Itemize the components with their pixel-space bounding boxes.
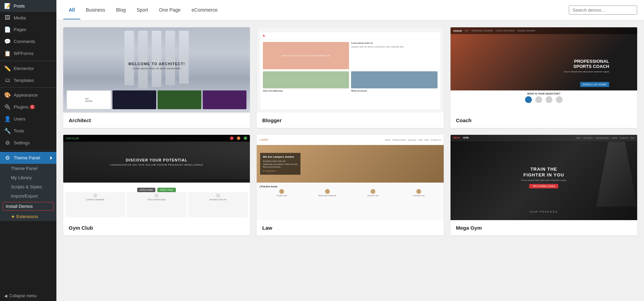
search-input[interactable]	[569, 5, 637, 15]
gym-card-text-3: BOXING CIRCUIT	[189, 199, 246, 201]
filter-tab-all[interactable]: All	[63, 1, 80, 19]
coach-cta-btn: ENROLL AT HOME	[580, 82, 609, 87]
settings-icon: ⚙	[4, 140, 11, 146]
demo-card-gym[interactable]: GYM CLUB DISCOVER YOUR POTENTIALConsequu…	[63, 135, 250, 235]
divider-2	[0, 87, 56, 88]
sidebar-item-media[interactable]: 🖼 Media	[0, 12, 56, 24]
law-grid-family: Family Law	[259, 189, 304, 197]
gym-card-icon-1	[93, 194, 97, 198]
demo-grid: WELCOME TO ARCHITECT!Lorem ipsum dolor s…	[56, 20, 644, 301]
filter-bar: All Business Blog Sport One Page eCommer…	[56, 0, 644, 20]
filter-tab-one-page[interactable]: One Page	[153, 1, 186, 19]
demo-card-architect[interactable]: WELCOME TO ARCHITECT!Lorem ipsum dolor s…	[63, 27, 250, 128]
demo-card-coach[interactable]: COACH VPC PERSONAL TRAINING COACH FEATUR…	[451, 27, 637, 128]
filter-tabs: All Business Blog Sport One Page eCommer…	[63, 1, 223, 19]
law-icon-criminal	[416, 189, 421, 194]
demo-card-mega[interactable]: MEGAGYM Home Our Trainers Attendance Pla…	[451, 135, 637, 235]
divider-3	[0, 150, 56, 150]
submenu-scripts-styles[interactable]: Scripts & Styles	[0, 182, 56, 191]
demo-preview-coach: COACH VPC PERSONAL TRAINING COACH FEATUR…	[451, 27, 637, 113]
gym-card-text-1: CARDIO TRAINING	[67, 199, 124, 201]
plugins-icon: 🔌	[4, 104, 11, 110]
gym-hero-btns: OPEN NOW FREE TRIAL	[137, 188, 176, 192]
gym-card-3: BOXING CIRCUIT	[188, 192, 248, 217]
collapse-icon: ◀	[4, 293, 7, 298]
law-content: | Practice Areas Family Law Back And Fin…	[257, 183, 443, 199]
appearance-icon: 🎨	[4, 92, 11, 98]
law-grid-financial: Back And Financial	[305, 189, 350, 197]
law-icon-family	[279, 189, 284, 194]
collapse-menu-button[interactable]: ◀ Collapse menu	[0, 291, 56, 301]
wpforms-icon: 📋	[4, 50, 11, 57]
law-hero-box: We Are Lawyers Justice Expedite praten d…	[260, 153, 300, 175]
gym-card-2: POOL EXERCISES	[126, 192, 186, 217]
demo-card-blogger[interactable]: B. This is a way to say what you are wit…	[257, 27, 443, 128]
law-grid-criminal: Criminal Law	[397, 189, 441, 197]
demo-label-mega: Mega Gym	[451, 220, 637, 235]
gym-open-now-btn: OPEN NOW	[137, 188, 156, 192]
media-icon: 🖼	[4, 15, 11, 21]
sidebar-item-pages[interactable]: 📄 Pages	[0, 24, 56, 35]
demo-label-architect: Architect	[63, 113, 250, 128]
submenu-extensions[interactable]: Extensions	[0, 212, 56, 221]
comments-icon: 💬	[4, 38, 11, 45]
demo-label-blogger: Blogger	[257, 113, 443, 128]
thumb-4	[203, 90, 246, 109]
sidebar-item-elementor[interactable]: ✏️ Elementor	[0, 62, 56, 74]
law-icon-financial	[325, 189, 330, 194]
templates-icon: 🗂	[4, 77, 11, 83]
demo-preview-gym: GYM CLUB DISCOVER YOUR POTENTIALConsequu…	[63, 135, 250, 220]
thumb-3	[158, 90, 201, 109]
filter-tab-business[interactable]: Business	[80, 1, 111, 19]
demo-grid-inner: WELCOME TO ARCHITECT!Lorem ipsum dolor s…	[63, 27, 637, 235]
law-nav: LAWER Home Practice Areas Attorneys FAQ …	[257, 135, 443, 145]
demo-card-law[interactable]: LAWER Home Practice Areas Attorneys FAQ …	[257, 135, 443, 235]
thumb-1: MYWORK	[67, 90, 111, 109]
sidebar-item-plugins[interactable]: 🔌 Plugins 6	[0, 101, 56, 113]
submenu-my-library[interactable]: My Library	[0, 173, 56, 182]
main-content: All Business Blog Sport One Page eCommer…	[56, 0, 644, 301]
submenu-import-export[interactable]: Import/Export	[0, 191, 56, 201]
law-hero: We Are Lawyers Justice Expedite praten d…	[257, 145, 443, 183]
law-grid: Family Law Back And Financial Divorce La…	[259, 189, 441, 197]
sidebar-item-tools[interactable]: 🔧 Tools	[0, 125, 56, 137]
filter-tab-ecommerce[interactable]: eCommerce	[186, 1, 223, 19]
demo-preview-law: LAWER Home Practice Areas Attorneys FAQ …	[257, 135, 443, 220]
mega-cta-btn: TRY A FREE CLASS	[529, 184, 558, 188]
sidebar-item-templates[interactable]: 🗂 Templates	[0, 74, 56, 86]
sidebar-item-settings[interactable]: ⚙ Settings	[0, 137, 56, 149]
theme-panel-submenu: Theme Panel My Library Scripts & Styles …	[0, 164, 56, 221]
law-grid-divorce: Divorce Law	[351, 189, 395, 197]
elementor-icon: ✏️	[4, 65, 11, 72]
gym-card-text-2: POOL EXERCISES	[128, 199, 185, 201]
sidebar-item-users[interactable]: 👤 Users	[0, 113, 56, 125]
sidebar-item-appearance[interactable]: 🎨 Appearance	[0, 89, 56, 101]
demo-preview-blogger: B. This is a way to say what you are wit…	[257, 27, 443, 113]
gym-card-icon-3	[216, 194, 220, 198]
posts-icon: 📝	[4, 3, 11, 9]
demo-label-coach: Coach	[451, 113, 637, 128]
architect-headline: WELCOME TO ARCHITECT!Lorem ipsum dolor s…	[128, 62, 185, 70]
demo-preview-architect: WELCOME TO ARCHITECT!Lorem ipsum dolor s…	[63, 27, 250, 113]
filter-tab-blog[interactable]: Blog	[111, 1, 131, 19]
submenu-theme-panel[interactable]: Theme Panel	[0, 164, 56, 173]
architect-thumbs: MYWORK	[67, 90, 246, 109]
gym-hero-text: DISCOVER YOUR POTENTIALConsequuntur qui …	[110, 158, 203, 166]
submenu-install-demos[interactable]: Install Demos	[3, 202, 54, 211]
demo-preview-mega: MEGAGYM Home Our Trainers Attendance Pla…	[451, 135, 637, 220]
coach-text: PROFESSIONALSPORTS COACH Fusce volutpat …	[564, 59, 609, 73]
law-practice-title: | Practice Areas	[259, 185, 441, 188]
mega-hero-text: TRAIN THEFIGHTER IN YOU	[523, 167, 564, 178]
plugins-badge: 6	[30, 105, 35, 109]
tools-icon: 🔧	[4, 128, 11, 134]
mega-bottom-text: OUR PROCESS	[530, 210, 558, 213]
gym-free-trial-btn: FREE TRIAL	[157, 188, 176, 192]
sidebar-item-comments[interactable]: 💬 Comments	[0, 35, 56, 47]
law-icon-divorce	[371, 189, 375, 194]
filter-tab-sport[interactable]: Sport	[131, 1, 153, 19]
sidebar-item-theme-panel[interactable]: ⚙ Theme Panel	[0, 152, 56, 164]
demo-label-gym: Gym Club	[63, 220, 250, 235]
sidebar-item-wpforms[interactable]: 📋 WPForms	[0, 47, 56, 59]
gym-card-1: CARDIO TRAINING	[65, 192, 125, 217]
sidebar-item-posts[interactable]: 📝 Posts	[0, 0, 56, 12]
